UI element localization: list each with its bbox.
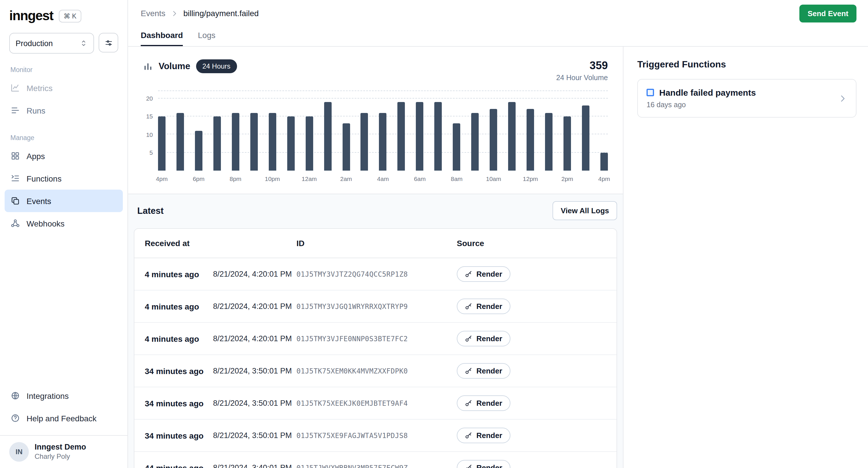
sidebar-item-events[interactable]: Events <box>5 190 123 212</box>
volume-total: 359 <box>556 59 608 72</box>
key-icon <box>465 335 472 342</box>
timestamp: 8/21/2024, 3:50:01 PM <box>213 399 292 407</box>
source-badge[interactable]: Render <box>457 299 510 314</box>
timestamp: 8/21/2024, 4:20:01 PM <box>213 302 292 311</box>
x-axis-label: 6am <box>414 175 426 182</box>
function-last-run: 16 days ago <box>647 101 756 109</box>
breadcrumb-current: billing/payment.failed <box>183 9 259 18</box>
user-info: Inngest Demo Charly Poly <box>35 443 86 461</box>
table-header-row: Received at ID Source <box>134 229 617 258</box>
send-event-button[interactable]: Send Event <box>799 4 857 22</box>
range-pill[interactable]: 24 Hours <box>196 59 237 73</box>
source-badge[interactable]: Render <box>457 266 510 282</box>
relative-time: 4 minutes ago <box>145 302 199 311</box>
timestamp: 8/21/2024, 3:50:01 PM <box>213 367 292 375</box>
source-badge[interactable]: Render <box>457 428 510 443</box>
triggered-function-card[interactable]: Handle failed payments 16 days ago <box>637 79 857 118</box>
sidebar-item-label: Metrics <box>27 83 53 93</box>
volume-section: Volume 24 Hours 359 24 Hour Volume 51015… <box>128 47 623 194</box>
column-header-id: ID <box>297 239 457 248</box>
environment-label: Production <box>16 39 53 47</box>
relative-time: 4 minutes ago <box>145 334 199 343</box>
table-row[interactable]: 4 minutes ago 8/21/2024, 4:20:01 PM 01J5… <box>134 323 617 355</box>
integrations-icon <box>10 391 20 401</box>
function-name: Handle failed payments <box>659 88 756 97</box>
bar-chart-icon <box>143 61 153 71</box>
relative-time: 34 minutes ago <box>145 431 204 440</box>
function-name-row: Handle failed payments <box>647 88 756 97</box>
user-menu[interactable]: IN Inngest Demo Charly Poly <box>0 435 127 468</box>
sidebar-item-runs[interactable]: Runs <box>5 99 123 122</box>
source-label: Render <box>476 270 502 278</box>
event-id: 01J5TK75XE9FAGJWTA5V1PDJS8 <box>297 431 457 439</box>
sidebar-item-metrics[interactable]: Metrics <box>5 77 123 99</box>
source-badge[interactable]: Render <box>457 363 510 379</box>
source-badge[interactable]: Render <box>457 395 510 411</box>
tab-logs[interactable]: Logs <box>198 31 215 46</box>
volume-bar <box>398 102 405 171</box>
volume-total-block: 359 24 Hour Volume <box>556 59 608 82</box>
volume-bar <box>508 102 516 171</box>
x-axis-label: 4pm <box>156 175 168 182</box>
events-table: Received at ID Source 4 minutes ago 8/21… <box>134 228 617 468</box>
volume-bar <box>379 113 387 171</box>
volume-header: Volume 24 Hours 359 24 Hour Volume <box>143 59 608 82</box>
sidebar: inngest ⌘ K Production Monitor <box>0 0 128 468</box>
table-row[interactable]: 4 minutes ago 8/21/2024, 4:20:01 PM 01J5… <box>134 258 617 291</box>
received-at-cell: 4 minutes ago 8/21/2024, 4:20:01 PM <box>145 334 297 343</box>
command-k-shortcut[interactable]: ⌘ K <box>59 9 81 22</box>
volume-bar <box>250 113 258 171</box>
inngest-logo: inngest <box>9 8 53 24</box>
section-label-manage: Manage <box>0 122 127 145</box>
environment-selector[interactable]: Production <box>9 33 94 54</box>
x-axis-label: 2pm <box>561 175 573 182</box>
relative-time: 44 minutes ago <box>145 463 204 468</box>
environment-settings-button[interactable] <box>99 33 118 53</box>
sidebar-item-functions[interactable]: Functions <box>5 167 123 190</box>
y-axis: 5101520 <box>143 91 158 171</box>
volume-bar <box>232 113 239 171</box>
sidebar-item-apps[interactable]: Apps <box>5 145 123 167</box>
key-icon <box>465 303 472 310</box>
sidebar-item-help[interactable]: Help and Feedback <box>5 407 123 429</box>
user-name: Inngest Demo <box>35 443 86 453</box>
env-settings-icon <box>104 38 113 47</box>
key-icon <box>465 464 472 468</box>
table-row[interactable]: 4 minutes ago 8/21/2024, 4:20:01 PM 01J5… <box>134 291 617 323</box>
key-icon <box>465 432 472 439</box>
volume-bar <box>195 131 203 171</box>
bars <box>158 91 608 171</box>
sidebar-item-integrations[interactable]: Integrations <box>5 385 123 407</box>
sidebar-item-webhooks[interactable]: Webhooks <box>5 212 123 235</box>
relative-time: 4 minutes ago <box>145 269 199 279</box>
source-cell: Render <box>457 299 617 314</box>
runs-icon <box>10 105 20 115</box>
key-icon <box>465 367 472 375</box>
x-axis-label: 4pm <box>598 175 610 182</box>
volume-bar <box>213 116 221 171</box>
section-label-monitor: Monitor <box>0 54 127 77</box>
event-id: 01J5TMY3VJGQ1WRYRRXQXTRYP9 <box>297 302 457 310</box>
volume-bar <box>177 113 184 171</box>
source-badge[interactable]: Render <box>457 460 510 468</box>
help-icon <box>10 413 20 423</box>
table-row[interactable]: 34 minutes ago 8/21/2024, 3:50:01 PM 01J… <box>134 355 617 387</box>
breadcrumb-events-link[interactable]: Events <box>141 9 165 18</box>
sidebar-item-label: Webhooks <box>27 219 65 228</box>
view-all-logs-button[interactable]: View All Logs <box>553 201 617 220</box>
tab-dashboard[interactable]: Dashboard <box>141 31 183 46</box>
volume-bar <box>527 109 534 171</box>
volume-bar <box>342 123 350 171</box>
sidebar-item-label: Help and Feedback <box>27 413 97 423</box>
top-bar: Events billing/payment.failed Send Event <box>128 0 868 27</box>
source-cell: Render <box>457 428 617 443</box>
sidebar-item-label: Apps <box>27 151 45 161</box>
table-row[interactable]: 44 minutes ago 8/21/2024, 3:40:01 PM 01J… <box>134 452 617 468</box>
source-badge[interactable]: Render <box>457 331 510 346</box>
x-axis-label: 12am <box>302 175 317 182</box>
table-row[interactable]: 34 minutes ago 8/21/2024, 3:50:01 PM 01J… <box>134 387 617 420</box>
y-axis-label: 5 <box>149 149 153 156</box>
sidebar-spacer <box>0 235 127 385</box>
table-row[interactable]: 34 minutes ago 8/21/2024, 3:50:01 PM 01J… <box>134 420 617 452</box>
volume-chart: 5101520 4pm6pm8pm10pm12am2am4am6am8am10a… <box>143 91 608 185</box>
